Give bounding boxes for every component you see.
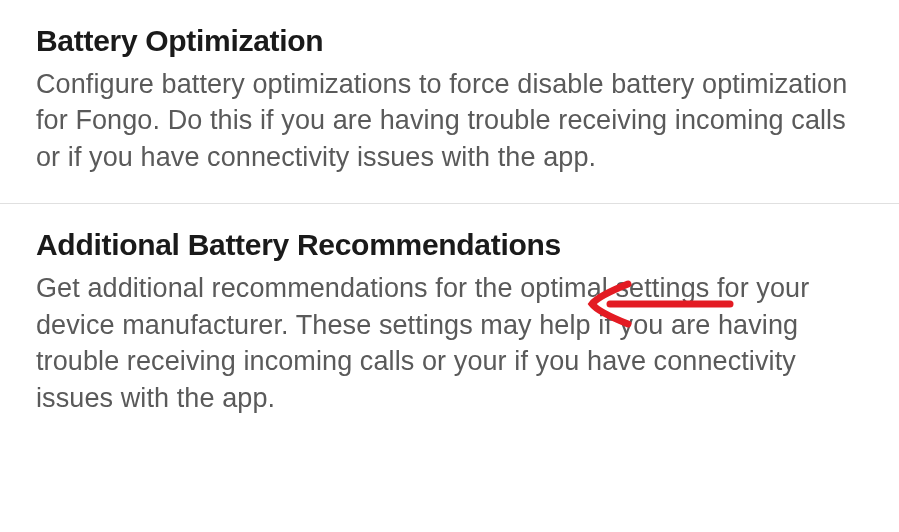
settings-description: Configure battery optimizations to force… (36, 66, 863, 175)
settings-list: Battery Optimization Configure battery o… (0, 0, 899, 444)
settings-item-battery-optimization[interactable]: Battery Optimization Configure battery o… (0, 0, 899, 204)
settings-title: Battery Optimization (36, 24, 863, 58)
settings-title: Additional Battery Recommendations (36, 228, 863, 262)
settings-description: Get additional recommendations for the o… (36, 270, 863, 416)
settings-item-additional-battery-recommendations[interactable]: Additional Battery Recommendations Get a… (0, 204, 899, 444)
